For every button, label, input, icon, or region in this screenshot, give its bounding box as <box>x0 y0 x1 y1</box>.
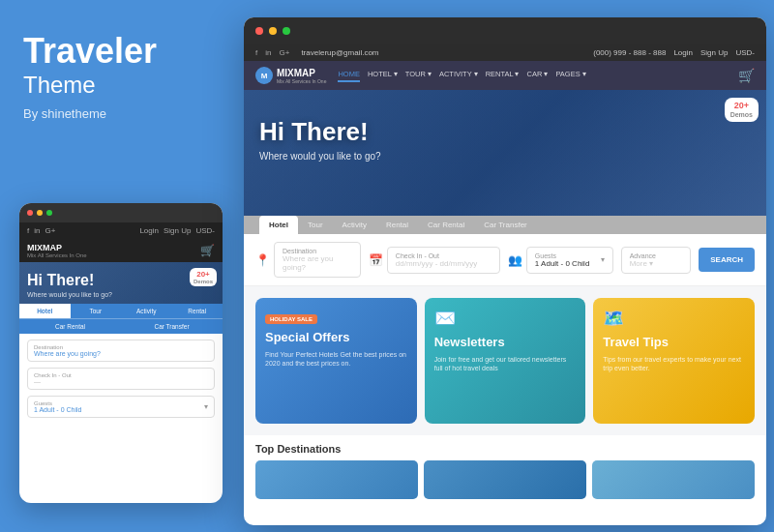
mobile-tab-car-transfer[interactable]: Car Transfer <box>121 319 223 334</box>
desktop-topbar-right: (000) 999 - 888 - 888 Login Sign Up USD- <box>593 48 755 57</box>
mobile-search-form: Destination Where are you going? Check I… <box>19 334 223 429</box>
calendar-icon: 📅 <box>369 253 383 267</box>
mobile-guests-chevron: ▾ <box>204 402 208 411</box>
nav-rental[interactable]: RENTAL ▾ <box>486 70 520 82</box>
search-tab-hotel[interactable]: Hotel <box>259 216 298 234</box>
mobile-dot-yellow <box>37 210 43 216</box>
mobile-tab-activity[interactable]: Activity <box>121 304 172 318</box>
nav-pages[interactable]: PAGES ▾ <box>555 70 585 82</box>
hero-subtitle: Where would you like to go? <box>259 151 751 162</box>
logo-text: MIXMAP <box>277 68 326 78</box>
desktop-topbar-nav: f in G+ travelerup@gmail.com (000) 999 -… <box>244 44 766 61</box>
search-tab-rental[interactable]: Rental <box>376 216 418 234</box>
nav-car[interactable]: CAR ▾ <box>526 70 548 82</box>
desktop-title-bar <box>244 17 766 44</box>
logo-icon: M <box>255 67 273 84</box>
left-panel: Traveler Theme By shinetheme f in G+ Log… <box>0 0 240 532</box>
card-title: Special Offers <box>265 330 407 345</box>
desktop-nav-right: 🛒 <box>738 68 755 83</box>
card-badge: HOLIDAY SALE <box>265 314 317 324</box>
advance-wrapper: Advance More ▾ <box>621 247 692 274</box>
destinations-title: Top Destinations <box>255 443 755 455</box>
nav-tour[interactable]: TOUR ▾ <box>405 70 432 82</box>
desktop-dot-yellow <box>269 27 277 35</box>
mobile-tab-tour[interactable]: Tour <box>71 304 122 318</box>
travel-tips-icon: 🗺️ <box>603 308 745 329</box>
search-form: 📍 Destination Where are you going? 📅 Che… <box>244 234 766 286</box>
destination-field[interactable]: Destination Where are you going? <box>274 242 361 278</box>
brand-name: Traveler <box>23 31 217 72</box>
search-tab-tour[interactable]: Tour <box>298 216 333 234</box>
guests-field[interactable]: Guests 1 Adult - 0 Child ▾ <box>526 247 613 274</box>
mobile-title-bar <box>19 203 223 222</box>
destination-wrapper: 📍 Destination Where are you going? <box>255 242 361 278</box>
search-tab-activity[interactable]: Activity <box>333 216 376 234</box>
card-desc: Join for free and get our tailored newsl… <box>434 355 577 374</box>
guests-chevron: ▾ <box>601 255 605 264</box>
destination-icon: 📍 <box>255 253 270 267</box>
nav-activity[interactable]: ACTIVITY ▾ <box>439 70 478 82</box>
advance-field[interactable]: Advance More ▾ <box>621 247 692 274</box>
card-special-offers: HOLIDAY SALE Special Offers Find Your Pe… <box>255 298 417 424</box>
destination-card-1[interactable] <box>255 460 418 499</box>
desktop-preview: f in G+ travelerup@gmail.com (000) 999 -… <box>244 17 766 525</box>
mobile-tab-hotel[interactable]: Hotel <box>19 304 71 318</box>
social-link-google[interactable]: G+ <box>279 48 289 57</box>
logo-sub-text: Mix All Services In One <box>277 78 326 84</box>
desktop-dot-red <box>255 27 263 35</box>
brand-theme: Theme <box>23 72 217 99</box>
desktop-logo: M MIXMAP Mix All Services In One <box>255 67 326 84</box>
mobile-tabs-row1: Hotel Tour Activity Rental <box>19 304 223 318</box>
mobile-cart-icon: 🛒 <box>200 244 215 257</box>
card-desc: Find Your Perfect Hotels Get the best pr… <box>265 350 407 369</box>
search-tab-car-transfer[interactable]: Car Transfer <box>474 216 536 234</box>
mobile-hero: Hi There! Where would you like to go? 20… <box>19 262 223 304</box>
nav-home[interactable]: HOME <box>338 70 360 82</box>
destination-card-3[interactable] <box>592 460 755 499</box>
mobile-logo-row: MIXMAP Mix All Services In One 🛒 <box>19 239 223 262</box>
social-link-linkedin[interactable]: in <box>265 48 271 57</box>
brand-title: Traveler Theme <box>23 31 217 99</box>
destinations-section: Top Destinations <box>244 435 766 503</box>
guests-icon: 👥 <box>508 253 522 267</box>
mobile-dot-green <box>46 210 52 216</box>
currency-selector[interactable]: USD- <box>735 48 755 57</box>
desktop-hero: Hi There! Where would you like to go? 20… <box>244 90 766 216</box>
desktop-nav-links: HOME HOTEL ▾ TOUR ▾ ACTIVITY ▾ RENTAL ▾ … <box>338 70 727 82</box>
card-title: Travel Tips <box>603 335 745 350</box>
desktop-dot-green <box>283 27 290 35</box>
card-travel-tips: 🗺️ Travel Tips Tips from our travel expe… <box>593 298 755 424</box>
cart-icon[interactable]: 🛒 <box>738 68 755 83</box>
mobile-nav: f in G+ Login Sign Up USD- <box>19 222 223 239</box>
mobile-dot-red <box>27 210 33 216</box>
hero-title: Hi There! <box>259 117 751 147</box>
search-tabs: Hotel Tour Activity Rental Car Rental Ca… <box>244 216 766 234</box>
destinations-row <box>255 460 755 499</box>
mobile-preview: f in G+ Login Sign Up USD- MIXMAP Mix Al… <box>19 203 223 503</box>
card-desc: Tips from our travel experts to make you… <box>603 355 745 374</box>
mobile-checkin-field[interactable]: Check In - Out — <box>27 368 215 390</box>
newsletter-icon: ✉️ <box>434 308 577 329</box>
mobile-nav-right: Login Sign Up USD- <box>139 226 215 235</box>
checkin-field[interactable]: Check In - Out dd/mm/yyy - dd/mm/yyy <box>387 247 500 274</box>
mobile-social-links: f in G+ <box>27 226 55 235</box>
mobile-logo: MIXMAP Mix All Services In One <box>27 243 87 258</box>
search-tab-car-rental[interactable]: Car Rental <box>418 216 474 234</box>
guests-wrapper: 👥 Guests 1 Adult - 0 Child ▾ <box>508 247 613 274</box>
signup-link[interactable]: Sign Up <box>700 48 728 57</box>
checkin-wrapper: 📅 Check In - Out dd/mm/yyy - dd/mm/yyy <box>369 247 500 274</box>
nav-hotel[interactable]: HOTEL ▾ <box>368 70 398 82</box>
mobile-guests-field[interactable]: Guests 1 Adult - 0 Child ▾ <box>27 396 215 418</box>
search-button[interactable]: SEARCH <box>699 248 755 272</box>
mobile-tab-car-rental[interactable]: Car Rental <box>19 319 121 334</box>
card-title: Newsletters <box>434 335 577 350</box>
login-link[interactable]: Login <box>673 48 693 57</box>
mobile-tab-rental[interactable]: Rental <box>172 304 223 318</box>
phone-display: (000) 999 - 888 - 888 <box>593 48 666 57</box>
card-newsletters: ✉️ Newsletters Join for free and get our… <box>425 298 586 424</box>
mobile-destination-field[interactable]: Destination Where are you going? <box>27 340 215 362</box>
mobile-demos-badge: 20+ Demos <box>190 268 217 286</box>
destination-card-2[interactable] <box>424 460 586 499</box>
cards-section: HOLIDAY SALE Special Offers Find Your Pe… <box>244 286 766 435</box>
social-link-facebook[interactable]: f <box>255 48 257 57</box>
